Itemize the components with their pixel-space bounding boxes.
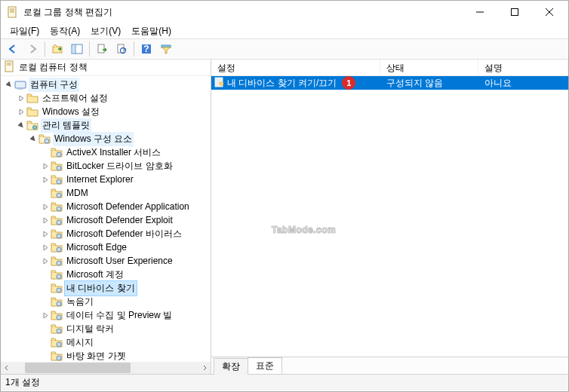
folder-icon <box>51 161 63 171</box>
expander-icon[interactable] <box>4 79 14 90</box>
svg-point-30 <box>57 220 61 225</box>
tree-item-label: Microsoft Edge <box>65 241 128 253</box>
folder-icon <box>51 174 63 185</box>
menu-file[interactable]: 파일(F) <box>5 23 44 39</box>
forward-button[interactable] <box>23 40 42 58</box>
tree-item-label: 컴퓨터 구성 <box>29 78 79 92</box>
menu-action[interactable]: 동작(A) <box>45 23 85 39</box>
setting-name: 내 디바이스 찾기 켜기/끄기 <box>227 77 337 90</box>
expander-icon[interactable] <box>16 106 26 117</box>
export-button[interactable] <box>93 40 111 58</box>
horizontal-scrollbar[interactable] <box>1 362 211 374</box>
expander-icon[interactable] <box>40 242 51 253</box>
folder-icon <box>51 188 63 198</box>
menu-help[interactable]: 도움말(H) <box>127 23 176 39</box>
tree-item[interactable]: Internet Explorer <box>1 173 211 186</box>
tree-item-label: MDM <box>65 187 90 199</box>
tree-item[interactable]: 녹음기 <box>1 295 211 308</box>
tree-item[interactable]: ActiveX Installer 서비스 <box>1 145 211 159</box>
expander-icon[interactable] <box>40 310 51 320</box>
list-row[interactable]: 내 디바이스 찾기 켜기/끄기 1 구성되지 않음 아니요 <box>211 76 568 90</box>
svg-text:?: ? <box>143 44 149 54</box>
minimize-button[interactable] <box>463 1 497 23</box>
tree-item[interactable]: Microsoft Defender Application <box>1 200 211 213</box>
filter-button[interactable] <box>157 40 175 58</box>
tree-item[interactable]: 바탕 화면 가젯 <box>1 349 211 363</box>
expander-icon[interactable] <box>40 174 51 185</box>
expander-icon[interactable] <box>28 133 38 144</box>
tab-standard[interactable]: 표준 <box>248 357 282 374</box>
tree-item[interactable]: Microsoft Defender 바이러스 <box>1 227 211 240</box>
svg-rect-22 <box>18 88 23 90</box>
tree-item[interactable]: Windows 구성 요소 <box>1 132 211 145</box>
tree-pane: 로컬 컴퓨터 정책 컴퓨터 구성소프트웨어 설정Windows 설정관리 템플릿… <box>1 60 211 374</box>
tree-item-label: 바탕 화면 가젯 <box>65 349 128 363</box>
tree-item[interactable]: BitLocker 드라이브 암호화 <box>1 159 211 173</box>
refresh-button[interactable] <box>112 40 131 58</box>
column-description[interactable]: 설명 <box>478 60 568 75</box>
column-setting[interactable]: 설정 <box>211 60 380 75</box>
back-button[interactable] <box>4 40 22 58</box>
expander-icon[interactable] <box>40 228 51 239</box>
tree-item[interactable]: 데이터 수집 및 Preview 빌 <box>1 308 211 322</box>
close-button[interactable] <box>532 1 567 23</box>
tree-item-label: 내 디바이스 찾기 <box>65 281 137 296</box>
tree-root[interactable]: 로컬 컴퓨터 정책 <box>1 60 211 76</box>
tree-body[interactable]: 컴퓨터 구성소프트웨어 설정Windows 설정관리 템플릿Windows 구성… <box>1 76 211 372</box>
menu-view[interactable]: 보기(V) <box>86 23 125 39</box>
svg-point-42 <box>219 81 223 86</box>
list-body[interactable]: 내 디바이스 찾기 켜기/끄기 1 구성되지 않음 아니요 TabMode.co… <box>211 76 568 357</box>
expander-icon[interactable] <box>40 161 51 171</box>
tree-item[interactable]: Microsoft 계정 <box>1 268 211 281</box>
folder-icon <box>14 79 26 90</box>
folder-icon <box>51 337 63 348</box>
tree-item[interactable]: 메시지 <box>1 335 211 349</box>
svg-point-40 <box>57 356 61 360</box>
tree-item[interactable]: Windows 설정 <box>1 105 211 118</box>
scroll-left-icon[interactable] <box>1 362 13 374</box>
tree-item[interactable]: MDM <box>1 186 211 200</box>
expander-icon[interactable] <box>40 201 51 212</box>
svg-point-26 <box>57 166 61 170</box>
expander-icon[interactable] <box>40 256 51 266</box>
svg-point-27 <box>57 179 61 184</box>
tree-item[interactable]: Microsoft Edge <box>1 240 211 254</box>
tree-item[interactable]: Microsoft Defender Exploit <box>1 213 211 227</box>
expander-icon[interactable] <box>16 120 26 130</box>
status-bar: 1개 설정 <box>1 374 568 390</box>
expander-icon[interactable] <box>16 93 26 103</box>
tree-item[interactable]: 컴퓨터 구성 <box>1 78 211 91</box>
tree-item[interactable]: 관리 템플릿 <box>1 118 211 132</box>
tree-item-label: 관리 템플릿 <box>41 118 91 133</box>
svg-rect-11 <box>72 45 75 53</box>
column-headers: 설정 상태 설명 <box>211 60 568 76</box>
scroll-right-icon[interactable] <box>198 362 211 374</box>
svg-point-39 <box>57 342 61 347</box>
column-state[interactable]: 상태 <box>380 60 478 75</box>
app-icon <box>7 6 19 18</box>
show-hide-tree-button[interactable] <box>68 40 86 58</box>
tree-item-label: Microsoft 계정 <box>65 268 125 282</box>
tree-item[interactable]: 내 디바이스 찾기 <box>1 281 211 295</box>
folder-icon <box>51 228 63 239</box>
scroll-thumb[interactable] <box>25 363 131 373</box>
tree-item-label: BitLocker 드라이브 암호화 <box>65 159 174 173</box>
tree-item[interactable]: 소프트웨어 설정 <box>1 91 211 105</box>
svg-point-24 <box>45 139 49 143</box>
tree-root-label: 로컬 컴퓨터 정책 <box>19 61 88 74</box>
tree-item[interactable]: Microsoft User Experience <box>1 254 211 268</box>
tree-item[interactable]: 디지털 락커 <box>1 322 211 335</box>
setting-state: 구성되지 않음 <box>380 77 478 90</box>
up-level-button[interactable] <box>48 40 66 58</box>
tree-item-label: Microsoft Defender Application <box>65 201 191 213</box>
expander-icon[interactable] <box>40 215 51 225</box>
folder-icon <box>51 269 63 280</box>
tree-item-label: Windows 설정 <box>41 105 101 119</box>
tree-item-label: Microsoft User Experience <box>65 255 174 267</box>
tab-extended[interactable]: 확장 <box>214 358 248 375</box>
tree-item-label: 데이터 수집 및 Preview 빌 <box>65 308 174 323</box>
maximize-button[interactable] <box>497 1 532 23</box>
toolbar-separator <box>134 41 134 57</box>
help-button[interactable]: ? <box>137 40 155 58</box>
svg-point-33 <box>57 261 61 265</box>
